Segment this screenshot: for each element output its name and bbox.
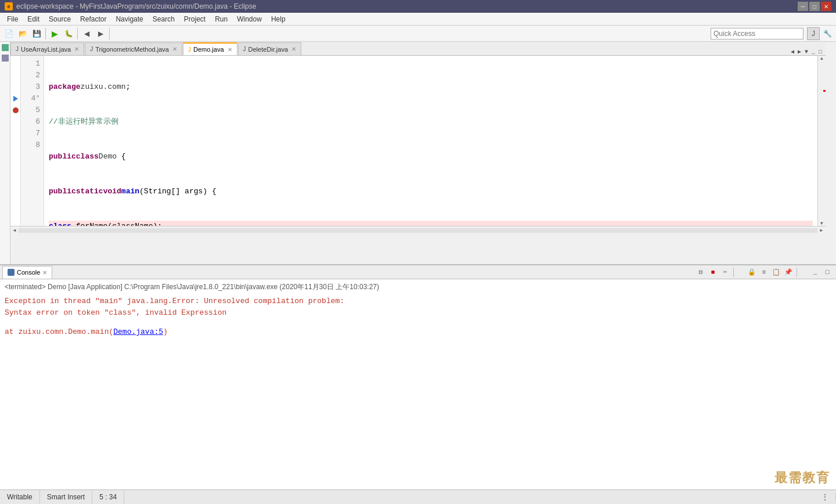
console-tab[interactable]: Console ✕ <box>2 266 52 279</box>
status-insert-mode-text: Smart Insert <box>47 493 85 501</box>
status-writable-text: Writable <box>7 493 33 501</box>
open-console-button[interactable]: 📋 <box>771 267 781 278</box>
code-line-1: package zuixu.comn; <box>49 81 813 93</box>
perspective-java-button[interactable]: J <box>807 27 820 40</box>
console-error-line1: Exception in thread "main" java.lang.Err… <box>5 296 831 307</box>
terminate-button[interactable]: ■ <box>708 267 718 278</box>
back-button[interactable]: ◀ <box>80 27 93 40</box>
word-wrap-button[interactable]: ≡ <box>759 267 769 278</box>
editor-scrollbar[interactable]: ▲ ▼ <box>817 56 826 226</box>
close-button[interactable]: ✕ <box>821 2 831 11</box>
console-error-line2: Syntax error on token "class", invalid E… <box>5 307 831 319</box>
status-bar: Writable Smart Insert 5 : 34 ⋮ <box>0 489 836 504</box>
maximize-button[interactable]: □ <box>809 2 820 11</box>
tab-use-arraylist[interactable]: J UseArrayList.java ✕ <box>10 42 84 55</box>
minimize-console[interactable]: _ <box>810 267 820 278</box>
tab-label-2: TrigonometricMethod.java <box>95 46 169 53</box>
linenum-4: 4° <box>21 93 40 105</box>
line-numbers: 1 2 3 4° 5 6 7 8 <box>21 56 44 226</box>
scroll-down-arrow[interactable]: ▼ <box>820 221 823 226</box>
tab-bar-controls: ◀ ▶ ▼ _ □ <box>790 48 826 55</box>
menu-window[interactable]: Window <box>232 14 266 24</box>
menu-bar: File Edit Source Refactor Navigate Searc… <box>0 13 836 26</box>
console-error-link[interactable]: Demo.java:5 <box>113 327 163 336</box>
separator-3 <box>109 28 110 39</box>
code-line-5: class.forName(className); <box>49 221 813 226</box>
toolbar-sep2 <box>733 268 744 277</box>
minimize-button[interactable]: ─ <box>798 2 808 11</box>
status-extra-icon: ⋮ <box>821 493 828 501</box>
separator-2 <box>77 28 78 39</box>
watermark: 最需教育 <box>774 469 830 487</box>
bookmark-line4 <box>13 96 18 102</box>
console-tab-close[interactable]: ✕ <box>42 269 47 276</box>
status-position-text: 5 : 34 <box>99 493 117 501</box>
menu-help[interactable]: Help <box>266 14 290 24</box>
gutter-6 <box>10 116 20 128</box>
console-error-prefix: at zuixu.comn.Demo.main( <box>5 327 113 336</box>
minimize-editor[interactable]: _ <box>810 49 816 55</box>
tab-label-1: UseArrayList.java <box>21 46 71 53</box>
tab-close-4[interactable]: ✕ <box>291 46 296 52</box>
quick-access-input[interactable] <box>711 28 803 39</box>
scroll-up-arrow[interactable]: ▲ <box>820 56 823 61</box>
outline-icon[interactable] <box>2 55 9 62</box>
clear-console-button[interactable]: ⊟ <box>696 267 706 278</box>
tab-scroll-right[interactable]: ▶ <box>797 48 802 55</box>
menu-file[interactable]: File <box>2 14 23 24</box>
scroll-lock-button[interactable]: 🔒 <box>747 267 757 278</box>
h-scroll-right[interactable]: ▶ <box>817 226 826 235</box>
code-line-2: //非运行时异常示例 <box>49 116 813 128</box>
package-explorer-icon[interactable] <box>2 44 9 51</box>
save-button[interactable]: 💾 <box>30 27 43 40</box>
quick-access-box <box>711 28 803 39</box>
menu-project[interactable]: Project <box>179 14 210 24</box>
linenum-2: 2 <box>21 70 40 81</box>
status-right: ⋮ <box>815 493 836 501</box>
h-scrollbar-editor[interactable]: ◀ ▶ <box>10 226 826 234</box>
code-editor: 1 2 3 4° 5 6 7 8 package zuixu.comn; //非… <box>10 56 826 226</box>
title-bar: e eclipse-workspace - MyFirstJavaProgram… <box>0 0 836 13</box>
gutter-7 <box>10 128 20 139</box>
java-file-icon-1: J <box>16 46 19 52</box>
gutter-3 <box>10 81 20 93</box>
menu-refactor[interactable]: Refactor <box>75 14 111 24</box>
gutter-2 <box>10 70 20 81</box>
tab-trigonometric[interactable]: J TrigonometricMethod.java ✕ <box>85 42 182 55</box>
linenum-8: 8 <box>21 139 40 151</box>
maximize-editor[interactable]: □ <box>817 49 823 55</box>
h-scroll-track[interactable] <box>19 228 817 233</box>
tab-close-1[interactable]: ✕ <box>74 46 79 52</box>
forward-button[interactable]: ▶ <box>94 27 107 40</box>
perspective-debug-button[interactable]: 🔧 <box>821 27 834 40</box>
tab-list[interactable]: ▼ <box>803 49 809 55</box>
code-content[interactable]: package zuixu.comn; //非运行时异常示例 public cl… <box>44 56 817 226</box>
linenum-1: 1 <box>21 58 40 70</box>
new-button[interactable]: 📄 <box>2 27 15 40</box>
linenum-6: 6 <box>21 116 40 128</box>
window-controls: ─ □ ✕ <box>798 2 831 11</box>
menu-source[interactable]: Source <box>44 14 75 24</box>
menu-search[interactable]: Search <box>148 14 179 24</box>
menu-edit[interactable]: Edit <box>23 14 44 24</box>
menu-navigate[interactable]: Navigate <box>111 14 147 24</box>
toolbar: 📄 📂 💾 ▶ 🐛 ◀ ▶ J 🔧 <box>0 26 836 42</box>
error-marker-line5 <box>13 107 19 113</box>
open-button[interactable]: 📂 <box>16 27 29 40</box>
gutter-5 <box>10 105 20 116</box>
tab-scroll-left[interactable]: ◀ <box>790 48 795 55</box>
pin-button[interactable]: 📌 <box>783 267 794 278</box>
tab-deletedir[interactable]: J DeleteDir.java ✕ <box>238 42 301 55</box>
tab-close-3[interactable]: ✕ <box>228 46 232 53</box>
debug-button[interactable]: 🐛 <box>62 27 75 40</box>
menu-run[interactable]: Run <box>210 14 232 24</box>
tab-close-2[interactable]: ✕ <box>172 46 177 52</box>
h-scroll-left[interactable]: ◀ <box>10 226 19 235</box>
gutter-8 <box>10 139 20 151</box>
maximize-console[interactable]: □ <box>822 267 833 278</box>
disconnect-button[interactable]: ✂ <box>720 267 730 278</box>
console-tab-bar: Console ✕ ⊟ ■ ✂ 🔒 ≡ 📋 📌 _ □ <box>0 265 836 279</box>
run-button[interactable]: ▶ <box>48 27 61 40</box>
editor-container: J UseArrayList.java ✕ J TrigonometricMet… <box>10 42 826 234</box>
tab-demo[interactable]: J Demo.java ✕ <box>183 42 237 55</box>
